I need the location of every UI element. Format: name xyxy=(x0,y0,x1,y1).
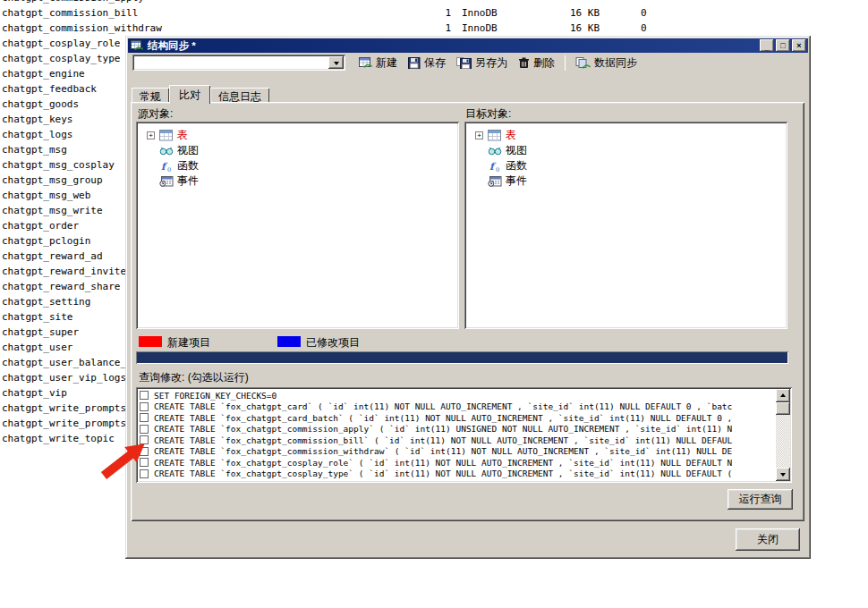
data-sync-label: 数据同步 xyxy=(594,55,637,71)
delete-label: 删除 xyxy=(533,55,555,71)
triangle-up-icon xyxy=(780,391,786,397)
close-button-titlebar[interactable]: × xyxy=(792,39,806,52)
vertical-scrollbar[interactable] xyxy=(776,389,790,481)
query-sql-text: CREATE TABLE `fox_chatgpt_cosplay_type` … xyxy=(154,469,732,478)
table-name: chatgpt_msg_write xyxy=(2,205,103,216)
tree-item-events[interactable]: 事件 xyxy=(475,173,527,188)
table-size: 16 KB xyxy=(570,7,600,19)
source-objects-tree[interactable]: + 表 视图 xyxy=(136,122,459,329)
table-name: chatgpt_msg_web xyxy=(2,190,90,201)
legend-new-label: 新建项目 xyxy=(167,335,210,350)
save-as-button[interactable]: 另存为 xyxy=(451,54,513,72)
save-icon xyxy=(408,57,421,69)
query-list: SET FOREIGN_KEY_CHECKS=0 CREATE TABLE `f… xyxy=(136,387,792,483)
table-name: chatgpt_feedback xyxy=(2,83,97,95)
query-line[interactable]: CREATE TABLE `fox_chatgpt_card` ( `id` i… xyxy=(140,401,773,412)
tab-compare[interactable]: 比对 xyxy=(169,85,210,104)
table-name: chatgpt_vip xyxy=(2,387,67,399)
target-objects-tree[interactable]: + 表 视图 xyxy=(464,122,787,329)
table-engine: InnoDB xyxy=(462,22,498,34)
table-name: chatgpt_commission_apply xyxy=(2,0,144,4)
expand-icon[interactable]: + xyxy=(475,131,483,139)
dialog-titlebar: 结构同步 * _ □ × xyxy=(128,38,808,53)
tree-item-tables[interactable]: + 表 xyxy=(475,128,516,142)
scroll-up-button[interactable] xyxy=(776,389,790,402)
close-icon: × xyxy=(796,41,801,50)
table-name: chatgpt_reward_invite xyxy=(2,266,126,277)
delete-button[interactable]: 删除 xyxy=(513,54,560,72)
data-sync-icon xyxy=(575,57,591,69)
toolbar-buttons: 新建 保存 另存为 xyxy=(353,53,642,73)
view-icon xyxy=(488,145,502,156)
table-row[interactable]: chatgpt_commission_apply xyxy=(0,0,667,6)
table-name: chatgpt_write_topic xyxy=(2,433,115,444)
target-objects-label: 目标对象: xyxy=(465,106,511,122)
table-name: chatgpt_reward_share xyxy=(2,281,120,292)
save-label: 保存 xyxy=(424,55,446,71)
triangle-down-icon xyxy=(780,473,786,479)
window-buttons: _ □ × xyxy=(760,39,806,52)
event-icon xyxy=(488,175,502,187)
table-name: chatgpt_user xyxy=(2,342,72,353)
query-line[interactable]: CREATE TABLE `fox_chatgpt_cosplay_type` … xyxy=(140,469,773,479)
close-button[interactable]: 关闭 xyxy=(736,528,800,551)
tree-item-functions[interactable]: f 0 函数 xyxy=(147,158,199,173)
data-sync-button[interactable]: 数据同步 xyxy=(570,54,642,72)
run-query-button[interactable]: 运行查询 xyxy=(728,489,793,510)
structure-sync-icon xyxy=(130,40,144,52)
table-name: chatgpt_site xyxy=(2,311,72,323)
tree-item-events[interactable]: 事件 xyxy=(147,173,199,188)
expand-icon[interactable]: + xyxy=(147,131,155,139)
tree-label: 表 xyxy=(506,128,516,143)
query-line[interactable]: CREATE TABLE `fox_chatgpt_cosplay_role` … xyxy=(140,457,773,468)
new-button[interactable]: 新建 xyxy=(353,54,403,72)
scrollbar-thumb[interactable] xyxy=(776,402,790,415)
scroll-down-button[interactable] xyxy=(776,468,790,481)
combobox-dropdown-button[interactable] xyxy=(328,56,344,69)
table-extra: 0 xyxy=(641,22,647,34)
trash-icon xyxy=(518,57,530,69)
table-name: chatgpt_msg_cosplay xyxy=(2,159,115,171)
function-icon: f 0 xyxy=(488,160,502,172)
query-checkbox[interactable] xyxy=(140,391,149,400)
table-name: chatgpt_keys xyxy=(2,114,72,125)
table-size: 16 KB xyxy=(570,22,600,34)
query-line[interactable]: SET FOREIGN_KEY_CHECKS=0 xyxy=(140,390,773,401)
save-as-label: 另存为 xyxy=(475,55,507,71)
minimize-button[interactable]: _ xyxy=(760,39,774,52)
query-checkbox[interactable] xyxy=(140,413,149,422)
query-sql-text: CREATE TABLE `fox_chatgpt_cosplay_role` … xyxy=(154,458,732,468)
save-button[interactable]: 保存 xyxy=(403,54,451,72)
query-line[interactable]: CREATE TABLE `fox_chatgpt_commission_app… xyxy=(140,424,773,435)
tree-item-tables[interactable]: + 表 xyxy=(147,128,188,142)
maximize-icon: □ xyxy=(780,41,785,50)
query-line[interactable]: CREATE TABLE `fox_chatgpt_commission_wit… xyxy=(140,446,773,457)
table-records: 1 xyxy=(419,7,451,19)
table-name: chatgpt_msg_group xyxy=(2,174,103,186)
query-sql-text: CREATE TABLE `fox_chatgpt_commission_wit… xyxy=(154,446,732,456)
table-name: chatgpt_engine xyxy=(2,68,85,80)
table-row[interactable]: chatgpt_commission_withdraw 1 InnoDB 16 … xyxy=(0,21,667,37)
table-icon xyxy=(159,130,174,141)
table-row[interactable]: chatgpt_commission_bill 1 InnoDB 16 KB 0 xyxy=(0,6,667,21)
tree-label: 视图 xyxy=(506,143,527,158)
table-name: chatgpt_msg xyxy=(2,144,67,156)
query-sql-text: CREATE TABLE `fox_chatgpt_card` ( `id` i… xyxy=(154,401,732,411)
query-line[interactable]: CREATE TABLE `fox_chatgpt_commission_bil… xyxy=(140,435,773,445)
table-name: chatgpt_reward_ad xyxy=(2,250,103,262)
red-arrow-annotation xyxy=(98,435,157,485)
query-line[interactable]: CREATE TABLE `fox_chatgpt_card_batch` ( … xyxy=(140,412,773,423)
tree-item-functions[interactable]: f 0 函数 xyxy=(475,158,527,173)
table-name: chatgpt_commission_withdraw xyxy=(2,22,162,34)
query-checkbox[interactable] xyxy=(140,425,149,434)
legend-new-swatch xyxy=(139,336,162,347)
table-name: chatgpt_super xyxy=(2,326,79,338)
query-checkbox[interactable] xyxy=(140,402,149,411)
svg-text:0: 0 xyxy=(167,165,171,172)
tree-item-views[interactable]: 视图 xyxy=(147,143,199,157)
tree-item-views[interactable]: 视图 xyxy=(475,143,527,157)
profile-combobox[interactable] xyxy=(132,55,345,71)
screen: { "table_list": { "rows": [ {"name": "ch… xyxy=(0,0,868,608)
table-name: chatgpt_logs xyxy=(2,129,72,140)
maximize-button[interactable]: □ xyxy=(776,39,790,52)
